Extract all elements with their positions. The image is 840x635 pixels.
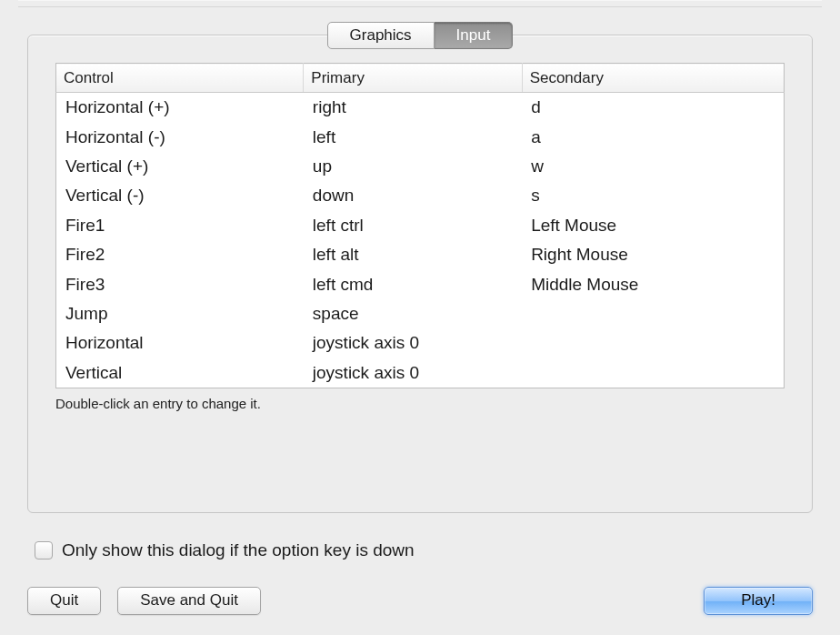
button-row: Quit Save and Quit Play! bbox=[27, 586, 813, 615]
cell-primary[interactable]: right bbox=[304, 93, 522, 123]
cell-primary[interactable]: down bbox=[304, 181, 522, 210]
table-row[interactable]: Horizontal (+)rightd bbox=[56, 93, 785, 123]
top-divider bbox=[18, 0, 822, 7]
cell-primary[interactable]: left bbox=[304, 123, 522, 152]
cell-primary[interactable]: left alt bbox=[304, 240, 522, 269]
cell-secondary[interactable]: s bbox=[522, 181, 784, 210]
table-row[interactable]: Horizontal (-)lefta bbox=[56, 123, 785, 152]
col-header-primary[interactable]: Primary bbox=[304, 64, 522, 93]
cell-control[interactable]: Fire3 bbox=[56, 270, 304, 299]
cell-secondary[interactable]: d bbox=[522, 93, 784, 123]
cell-primary[interactable]: up bbox=[304, 152, 522, 181]
only-show-label: Only show this dialog if the option key … bbox=[62, 540, 415, 560]
cell-control[interactable]: Vertical (+) bbox=[56, 152, 304, 181]
only-show-checkbox[interactable] bbox=[35, 541, 53, 559]
cell-secondary[interactable] bbox=[522, 358, 784, 388]
save-quit-button[interactable]: Save and Quit bbox=[117, 587, 261, 615]
cell-secondary[interactable]: Left Mouse bbox=[522, 211, 784, 240]
cell-secondary[interactable]: w bbox=[522, 152, 784, 181]
only-show-option-row[interactable]: Only show this dialog if the option key … bbox=[35, 540, 415, 560]
cell-control[interactable]: Fire1 bbox=[56, 211, 304, 240]
launcher-dialog: Graphics Input Control Primary Secondary… bbox=[0, 0, 840, 635]
cell-secondary[interactable] bbox=[522, 299, 784, 328]
cell-primary[interactable]: left ctrl bbox=[304, 211, 522, 240]
col-header-secondary[interactable]: Secondary bbox=[522, 64, 784, 93]
table-row[interactable]: Jumpspace bbox=[56, 299, 785, 328]
cell-primary[interactable]: space bbox=[304, 299, 522, 328]
cell-secondary[interactable]: a bbox=[522, 123, 784, 152]
cell-control[interactable]: Vertical (-) bbox=[56, 181, 304, 210]
hint-text: Double-click an entry to change it. bbox=[55, 396, 785, 411]
cell-primary[interactable]: left cmd bbox=[304, 270, 522, 299]
col-header-control[interactable]: Control bbox=[56, 64, 304, 93]
cell-control[interactable]: Jump bbox=[56, 299, 304, 328]
tab-input[interactable]: Input bbox=[435, 22, 514, 49]
table-row[interactable]: Fire1left ctrlLeft Mouse bbox=[56, 211, 785, 240]
table-row[interactable]: Vertical (+)upw bbox=[56, 152, 785, 181]
input-panel: Control Primary Secondary Horizontal (+)… bbox=[27, 35, 813, 513]
cell-control[interactable]: Horizontal (-) bbox=[56, 123, 304, 152]
tab-graphics[interactable]: Graphics bbox=[327, 22, 435, 49]
quit-button[interactable]: Quit bbox=[27, 587, 101, 615]
table-row[interactable]: Fire3left cmdMiddle Mouse bbox=[56, 270, 785, 299]
tab-bar: Graphics Input bbox=[0, 22, 840, 49]
cell-control[interactable]: Horizontal (+) bbox=[56, 93, 304, 123]
cell-control[interactable]: Fire2 bbox=[56, 240, 304, 269]
table-row[interactable]: Verticaljoystick axis 0 bbox=[56, 358, 785, 388]
table-row[interactable]: Fire2left altRight Mouse bbox=[56, 240, 785, 269]
play-button[interactable]: Play! bbox=[704, 587, 813, 615]
cell-control[interactable]: Horizontal bbox=[56, 328, 304, 358]
cell-primary[interactable]: joystick axis 0 bbox=[304, 358, 522, 388]
table-row[interactable]: Vertical (-)downs bbox=[56, 181, 785, 210]
table-row[interactable]: Horizontaljoystick axis 0 bbox=[56, 328, 785, 358]
cell-secondary[interactable]: Right Mouse bbox=[522, 240, 784, 269]
cell-secondary[interactable] bbox=[522, 328, 784, 358]
cell-primary[interactable]: joystick axis 0 bbox=[304, 328, 522, 358]
cell-control[interactable]: Vertical bbox=[56, 358, 304, 388]
cell-secondary[interactable]: Middle Mouse bbox=[522, 270, 784, 299]
bindings-table: Control Primary Secondary Horizontal (+)… bbox=[55, 63, 785, 388]
